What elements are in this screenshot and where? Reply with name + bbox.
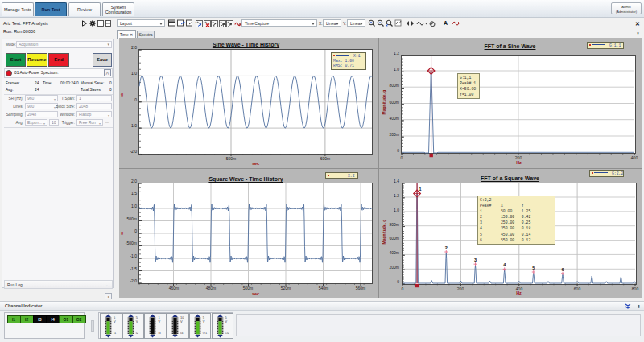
svg-text:3: 3 xyxy=(474,258,477,262)
svg-text:6: 6 xyxy=(561,267,564,272)
svg-text:5: 5 xyxy=(532,266,535,270)
svg-text:2: 2 xyxy=(445,245,448,250)
svg-text:4: 4 xyxy=(503,262,506,267)
svg-text:1: 1 xyxy=(419,187,422,192)
